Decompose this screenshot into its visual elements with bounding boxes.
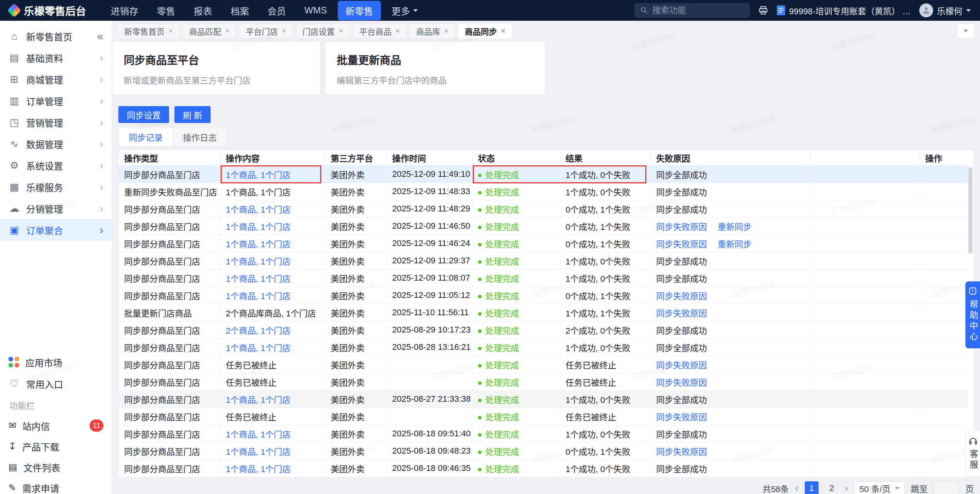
next-page-button[interactable]: › (845, 482, 848, 494)
page-size-select[interactable]: 50 条/页 (854, 481, 905, 494)
fail-reason[interactable]: 同步失败原因重新同步 (651, 235, 810, 252)
sidebar-item-order-management[interactable]: ▥订单管理› (0, 90, 112, 111)
help-center-tab[interactable]: 帮助中心 (965, 281, 980, 348)
fail-reason-link[interactable]: 同步失败原因 (656, 378, 707, 388)
close-icon[interactable]: × (339, 27, 343, 35)
sidebar-item-basic-data[interactable]: ▤基础资料› (0, 47, 112, 68)
tab-product-library[interactable]: 商品库× (409, 24, 455, 38)
tab-platform-product[interactable]: 平台商品× (353, 24, 407, 38)
operation-content-link[interactable]: 2个商品, 1个门店 (220, 321, 325, 338)
printer-icon[interactable] (758, 5, 768, 15)
collapse-sidebar-icon[interactable]: « (97, 30, 103, 42)
nav-item-new-retail[interactable]: 新零售 (338, 1, 381, 20)
operation-content-link[interactable]: 1个商品, 1个门店 (220, 425, 325, 442)
refresh-button[interactable]: 刷 新 (174, 106, 211, 123)
close-icon[interactable]: × (225, 27, 230, 35)
operation-content-link[interactable]: 1个商品, 1个门店 (220, 459, 325, 477)
sidebar-item-inbox[interactable]: ✉站内信11 (0, 415, 112, 436)
table-row[interactable]: 同步部分商品至门店1个商品, 1个门店美团外卖2025-08-18 09:46:… (119, 459, 968, 477)
table-row[interactable]: 同步部分商品至门店1个商品, 1个门店美团外卖2025-08-18 09:48:… (119, 442, 968, 459)
table-row[interactable]: 同步部分商品至门店1个商品, 1个门店美团外卖2025-08-28 13:16:… (119, 338, 968, 356)
close-icon[interactable]: × (168, 27, 173, 35)
operation-content-link[interactable]: 1个商品, 1个门店 (220, 338, 325, 356)
sidebar-item-home[interactable]: ⌂ 新零售首页 « (0, 25, 112, 47)
tab-store-settings[interactable]: 门店设置× (296, 24, 350, 38)
close-icon[interactable]: × (444, 27, 448, 35)
sidebar-item-product-download[interactable]: ↧产品下载 (0, 436, 112, 457)
table-row[interactable]: 同步部分商品至门店1个商品, 1个门店美团外卖2025-08-18 09:51:… (119, 425, 968, 442)
tab-sync-records[interactable]: 同步记录 (119, 127, 173, 146)
customer-service-tab[interactable]: 客服 (965, 431, 980, 477)
close-icon[interactable]: × (395, 27, 400, 35)
sidebar-item-file-list[interactable]: ▤文件列表 (0, 457, 112, 477)
sidebar-item-app-market[interactable]: 应用市场 (0, 351, 112, 373)
table-row[interactable]: 同步部分商品至门店1个商品, 1个门店美团外卖2025-12-09 11:48:… (119, 200, 968, 217)
nav-item-reports[interactable]: 报表 (186, 1, 220, 20)
resync-link[interactable]: 重新同步 (718, 240, 752, 249)
fail-reason[interactable]: 同步失败原因 (651, 373, 810, 390)
tab-product-match[interactable]: 商品匹配× (183, 24, 236, 38)
operation-content-link[interactable]: 1个商品, 1个门店 (220, 442, 325, 459)
tab-product-sync[interactable]: 商品同步× (458, 24, 512, 38)
table-row[interactable]: 同步部分商品至门店1个商品, 1个门店美团外卖2025-08-27 21:33:… (119, 390, 968, 408)
fail-reason-link[interactable]: 同步失败原因 (656, 309, 707, 318)
table-row[interactable]: 同步部分商品至门店1个商品, 1个门店美团外卖2025-12-09 11:08:… (119, 269, 968, 286)
account-switcher[interactable]: 99998-培训专用账套（黄凯） … (777, 4, 911, 17)
fail-reason-link[interactable]: 同步失败原因 (656, 291, 707, 301)
fail-reason-link[interactable]: 同步失败原因 (656, 447, 707, 457)
fail-reason[interactable]: 同步失败原因重新同步 (651, 217, 810, 235)
search-input[interactable] (652, 5, 744, 15)
table-row[interactable]: 同步部分商品至门店2个商品, 1个门店美团外卖2025-08-29 10:17:… (119, 321, 968, 338)
card-sync-to-platform[interactable]: 同步商品至平台 新增或更新商品至第三方平台门店 (112, 42, 320, 95)
table-row[interactable]: 同步部分商品至门店任务已被终止美团外卖处理完成任务已被终止同步失败原因 (119, 373, 968, 390)
nav-item-archives[interactable]: 档案 (223, 1, 257, 20)
table-row[interactable]: 同步部分商品至门店任务已被终止美团外卖处理完成任务已被终止同步失败原因 (119, 408, 968, 425)
sidebar-item-favorites[interactable]: ♡常用入口 (0, 373, 112, 394)
operation-content-link[interactable]: 1个商品, 1个门店 (220, 235, 325, 252)
tab-operation-logs[interactable]: 操作日志 (173, 127, 227, 146)
table-row[interactable]: 同步部分商品至门店1个商品, 1个门店美团外卖2025-12-09 11:46:… (119, 235, 968, 252)
close-icon[interactable]: × (501, 27, 505, 35)
sidebar-item-data-management[interactable]: ∿数据管理› (0, 133, 112, 155)
resync-link[interactable]: 重新同步 (718, 222, 752, 232)
fail-reason[interactable]: 同步失败原因 (651, 286, 810, 304)
table-row[interactable]: 同步部分商品至门店1个商品, 1个门店美团外卖2025-12-09 11:49:… (119, 165, 968, 183)
page-2-button[interactable]: 2 (825, 481, 839, 494)
prev-page-button[interactable]: ‹ (795, 482, 799, 494)
tab-platform-store[interactable]: 平台门店× (239, 24, 293, 38)
sidebar-item-request[interactable]: ✎需求申请 (0, 477, 112, 494)
fail-reason[interactable]: 同步失败原因 (651, 408, 810, 425)
table-row[interactable]: 重新同步失败商品至门店1个商品, 1个门店美团外卖2025-12-09 11:4… (119, 183, 968, 200)
fail-reason-link[interactable]: 同步失败原因 (656, 240, 707, 249)
sidebar-item-mall-management[interactable]: ⊞商城管理› (0, 68, 112, 90)
fail-reason-link[interactable]: 同步失败原因 (656, 361, 707, 370)
operation-content-link[interactable]: 1个商品, 1个门店 (220, 286, 325, 304)
jump-page-input[interactable] (934, 481, 959, 494)
table-row[interactable]: 同步部分商品至门店1个商品, 1个门店美团外卖2025-12-09 11:05:… (119, 286, 968, 304)
operation-content-link[interactable]: 1个商品, 1个门店 (220, 200, 325, 217)
table-row[interactable]: 批量更新门店商品2个商品库商品, 1个门店美团外卖2025-11-10 11:5… (119, 304, 968, 321)
sync-settings-button[interactable]: 同步设置 (118, 106, 169, 123)
fail-reason[interactable]: 同步失败原因 (651, 442, 810, 459)
card-batch-update[interactable]: 批量更新商品 编辑第三方平台门店中的商品 (325, 42, 545, 95)
nav-item-more[interactable]: 更多 (384, 1, 425, 20)
collapse-tabs-button[interactable] (957, 24, 975, 38)
sidebar-item-lemon-services[interactable]: ▦乐檬服务› (0, 176, 112, 198)
global-search[interactable] (635, 3, 750, 18)
close-icon[interactable]: × (282, 27, 286, 35)
fail-reason-link[interactable]: 同步失败原因 (656, 222, 707, 232)
scrollbar-thumb[interactable] (968, 167, 972, 254)
operation-content-link[interactable]: 1个商品, 1个门店 (220, 217, 325, 235)
sidebar-item-marketing[interactable]: ◳营销管理› (0, 111, 112, 133)
tab-new-retail-home[interactable]: 新零售首页× (118, 24, 179, 38)
operation-content-link[interactable]: 1个商品, 1个门店 (220, 165, 325, 183)
page-1-button[interactable]: 1 (805, 481, 819, 494)
sidebar-item-order-aggregation[interactable]: ▣订单聚合› (0, 219, 112, 241)
fail-reason-link[interactable]: 同步失败原因 (656, 412, 707, 422)
nav-item-wms[interactable]: WMS (297, 2, 335, 19)
table-row[interactable]: 同步部分商品至门店1个商品, 1个门店美团外卖2025-12-09 11:46:… (119, 217, 968, 235)
sidebar-item-distribution[interactable]: ☁分销管理› (0, 198, 112, 219)
user-menu[interactable]: 乐檬何 (919, 3, 971, 17)
nav-item-purchase-sale-stock[interactable]: 进销存 (103, 1, 146, 20)
sidebar-item-system-settings[interactable]: ⚙系统设置› (0, 155, 112, 176)
